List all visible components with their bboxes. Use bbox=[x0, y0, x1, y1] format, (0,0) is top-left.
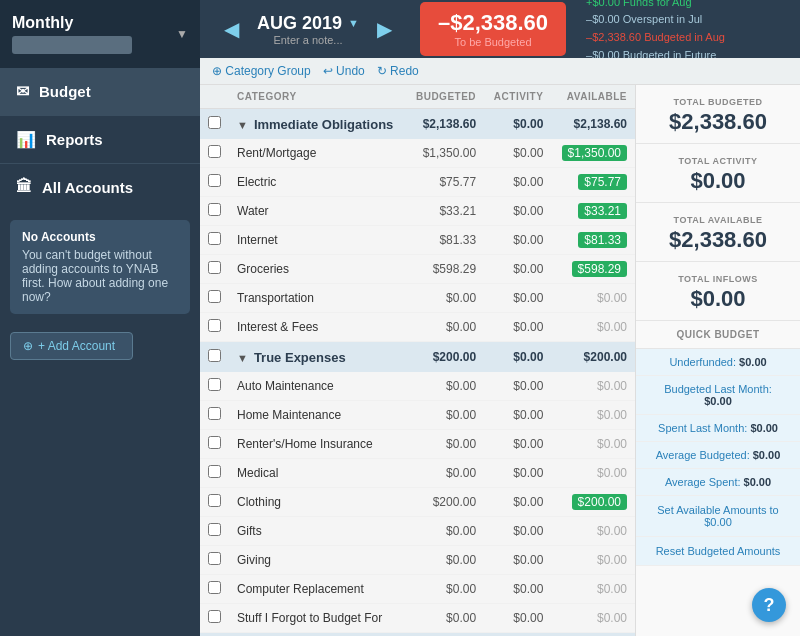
item-budgeted[interactable]: $33.21 bbox=[406, 197, 484, 226]
item-checkbox[interactable] bbox=[208, 552, 221, 565]
table-row[interactable]: Electric $75.77 $0.00 $75.77 bbox=[200, 168, 635, 197]
item-checkbox[interactable] bbox=[208, 261, 221, 274]
table-row[interactable]: Stuff I Forgot to Budget For $0.00 $0.00… bbox=[200, 604, 635, 633]
item-checkbox[interactable] bbox=[208, 319, 221, 332]
item-checkbox[interactable] bbox=[208, 203, 221, 216]
table-row[interactable]: Transportation $0.00 $0.00 $0.00 bbox=[200, 284, 635, 313]
item-checkbox[interactable] bbox=[208, 290, 221, 303]
item-activity: $0.00 bbox=[484, 139, 551, 168]
prev-month-button[interactable]: ◀ bbox=[216, 13, 247, 45]
budget-table-wrap[interactable]: CATEGORY BUDGETED ACTIVITY AVAILABLE ▼Im… bbox=[200, 85, 635, 636]
table-row[interactable]: Water $33.21 $0.00 $33.21 bbox=[200, 197, 635, 226]
item-budgeted[interactable]: $75.77 bbox=[406, 168, 484, 197]
sidebar-item-budget[interactable]: ✉ Budget bbox=[0, 68, 200, 115]
budget-note: +$0.00 Funds for Aug bbox=[586, 0, 725, 11]
item-budgeted[interactable]: $0.00 bbox=[406, 604, 484, 633]
sidebar-item-accounts[interactable]: 🏛 All Accounts bbox=[0, 164, 200, 210]
table-row[interactable]: Rent/Mortgage $1,350.00 $0.00 $1,350.00 bbox=[200, 139, 635, 168]
item-budgeted[interactable]: $200.00 bbox=[406, 488, 484, 517]
quick-budget-item[interactable]: Underfunded: $0.00 bbox=[636, 349, 800, 376]
table-header-row: CATEGORY BUDGETED ACTIVITY AVAILABLE bbox=[200, 85, 635, 109]
item-budgeted[interactable]: $598.29 bbox=[406, 255, 484, 284]
item-checkbox-cell[interactable] bbox=[200, 197, 229, 226]
item-checkbox[interactable] bbox=[208, 174, 221, 187]
category-group-button[interactable]: ⊕ Category Group bbox=[212, 64, 311, 78]
group-checkbox-cell[interactable] bbox=[200, 342, 229, 373]
item-checkbox[interactable] bbox=[208, 232, 221, 245]
table-row[interactable]: Interest & Fees $0.00 $0.00 $0.00 bbox=[200, 313, 635, 342]
redo-button[interactable]: ↻ Redo bbox=[377, 64, 419, 78]
quick-budget-action-button[interactable]: Reset Budgeted Amounts bbox=[636, 537, 800, 566]
table-row[interactable]: Groceries $598.29 $0.00 $598.29 bbox=[200, 255, 635, 284]
group-activity: $0.00 bbox=[484, 109, 551, 140]
table-row[interactable]: Medical $0.00 $0.00 $0.00 bbox=[200, 459, 635, 488]
group-checkbox[interactable] bbox=[208, 349, 221, 362]
item-checkbox-cell[interactable] bbox=[200, 255, 229, 284]
table-group-row[interactable]: ▼True Expenses $200.00 $0.00 $200.00 bbox=[200, 342, 635, 373]
item-budgeted[interactable]: $0.00 bbox=[406, 313, 484, 342]
item-budgeted[interactable]: $0.00 bbox=[406, 372, 484, 401]
group-checkbox[interactable] bbox=[208, 116, 221, 129]
item-checkbox[interactable] bbox=[208, 145, 221, 158]
budget-note: –$0.00 Overspent in Jul bbox=[586, 11, 725, 29]
quick-budget-item[interactable]: Average Spent: $0.00 bbox=[636, 469, 800, 496]
item-checkbox-cell[interactable] bbox=[200, 604, 229, 633]
item-checkbox-cell[interactable] bbox=[200, 284, 229, 313]
item-budgeted[interactable]: $0.00 bbox=[406, 546, 484, 575]
item-checkbox[interactable] bbox=[208, 523, 221, 536]
item-budgeted[interactable]: $0.00 bbox=[406, 459, 484, 488]
table-row[interactable]: Auto Maintenance $0.00 $0.00 $0.00 bbox=[200, 372, 635, 401]
table-row[interactable]: Gifts $0.00 $0.00 $0.00 bbox=[200, 517, 635, 546]
quick-budget-item[interactable]: Spent Last Month: $0.00 bbox=[636, 415, 800, 442]
item-name: Computer Replacement bbox=[229, 575, 406, 604]
item-checkbox-cell[interactable] bbox=[200, 517, 229, 546]
add-account-button[interactable]: ⊕ + Add Account bbox=[10, 332, 133, 360]
item-checkbox[interactable] bbox=[208, 465, 221, 478]
table-row[interactable]: Renter's/Home Insurance $0.00 $0.00 $0.0… bbox=[200, 430, 635, 459]
table-row[interactable]: Giving $0.00 $0.00 $0.00 bbox=[200, 546, 635, 575]
item-checkbox-cell[interactable] bbox=[200, 430, 229, 459]
item-budgeted[interactable]: $0.00 bbox=[406, 575, 484, 604]
table-row[interactable]: Computer Replacement $0.00 $0.00 $0.00 bbox=[200, 575, 635, 604]
item-checkbox-cell[interactable] bbox=[200, 372, 229, 401]
table-row[interactable]: Internet $81.33 $0.00 $81.33 bbox=[200, 226, 635, 255]
item-budgeted[interactable]: $81.33 bbox=[406, 226, 484, 255]
item-checkbox[interactable] bbox=[208, 407, 221, 420]
undo-button[interactable]: ↩ Undo bbox=[323, 64, 365, 78]
table-row[interactable]: Home Maintenance $0.00 $0.00 $0.00 bbox=[200, 401, 635, 430]
item-budgeted[interactable]: $0.00 bbox=[406, 517, 484, 546]
table-group-row[interactable]: ▼Immediate Obligations $2,138.60 $0.00 $… bbox=[200, 109, 635, 140]
item-checkbox-cell[interactable] bbox=[200, 139, 229, 168]
table-group-row[interactable]: ▼Debt Payments $0.00 $0.00 $0.00 bbox=[200, 633, 635, 637]
quick-budget-item[interactable]: Budgeted Last Month: $0.00 bbox=[636, 376, 800, 415]
sidebar-item-reports[interactable]: 📊 Reports bbox=[0, 116, 200, 163]
item-budgeted[interactable]: $1,350.00 bbox=[406, 139, 484, 168]
item-checkbox-cell[interactable] bbox=[200, 168, 229, 197]
table-row[interactable]: Clothing $200.00 $0.00 $200.00 bbox=[200, 488, 635, 517]
item-budgeted[interactable]: $0.00 bbox=[406, 401, 484, 430]
quick-budget-item[interactable]: Average Budgeted: $0.00 bbox=[636, 442, 800, 469]
item-checkbox-cell[interactable] bbox=[200, 575, 229, 604]
item-checkbox-cell[interactable] bbox=[200, 313, 229, 342]
item-checkbox[interactable] bbox=[208, 581, 221, 594]
help-button[interactable]: ? bbox=[752, 588, 786, 622]
month-chevron-icon[interactable]: ▼ bbox=[348, 17, 359, 29]
item-checkbox-cell[interactable] bbox=[200, 459, 229, 488]
item-checkbox[interactable] bbox=[208, 610, 221, 623]
quick-budget-action-button[interactable]: Set Available Amounts to $0.00 bbox=[636, 496, 800, 537]
item-checkbox[interactable] bbox=[208, 436, 221, 449]
item-budgeted[interactable]: $0.00 bbox=[406, 430, 484, 459]
item-checkbox-cell[interactable] bbox=[200, 226, 229, 255]
item-budgeted[interactable]: $0.00 bbox=[406, 284, 484, 313]
next-month-button[interactable]: ▶ bbox=[369, 13, 400, 45]
group-name: ▼Immediate Obligations bbox=[229, 109, 406, 140]
group-checkbox-cell[interactable] bbox=[200, 633, 229, 637]
item-checkbox[interactable] bbox=[208, 378, 221, 391]
item-checkbox-cell[interactable] bbox=[200, 401, 229, 430]
sidebar-header[interactable]: Monthly ▼ bbox=[0, 0, 200, 68]
item-checkbox-cell[interactable] bbox=[200, 546, 229, 575]
item-checkbox-cell[interactable] bbox=[200, 488, 229, 517]
group-checkbox-cell[interactable] bbox=[200, 109, 229, 140]
item-checkbox[interactable] bbox=[208, 494, 221, 507]
month-note-input[interactable]: Enter a note... bbox=[273, 34, 342, 46]
